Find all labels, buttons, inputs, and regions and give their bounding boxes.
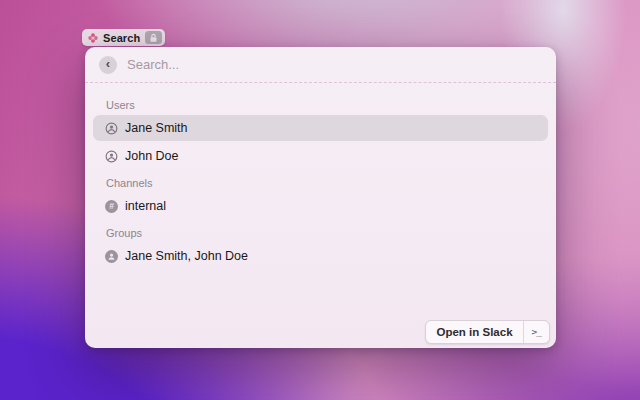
section-label-users: Users — [106, 99, 535, 112]
desktop-wallpaper: Search ‹ Users — [0, 0, 640, 400]
person-icon — [105, 150, 118, 163]
list-item-user[interactable]: John Doe — [93, 143, 548, 169]
flower-icon — [88, 33, 98, 43]
search-input[interactable] — [125, 56, 542, 73]
list-item-channel[interactable]: # internal — [93, 193, 548, 219]
hash-icon: # — [105, 200, 118, 213]
terminal-prompt-icon: >_ — [523, 321, 549, 343]
person-icon — [105, 122, 118, 135]
list-item-label: internal — [125, 199, 166, 213]
lock-icon — [145, 31, 162, 44]
section-label-channels: Channels — [106, 177, 535, 190]
chip-label: Search — [103, 32, 140, 44]
back-button[interactable]: ‹ — [99, 56, 117, 74]
chevron-left-icon: ‹ — [106, 57, 110, 70]
people-icon — [105, 250, 118, 263]
section-label-groups: Groups — [106, 227, 535, 240]
search-bar: ‹ — [85, 47, 556, 83]
action-bar: Open in Slack >_ — [425, 320, 550, 344]
open-in-slack-button[interactable]: Open in Slack >_ — [425, 320, 550, 344]
list-item-group[interactable]: Jane Smith, John Doe — [93, 243, 548, 269]
search-panel: ‹ Users Jane Smith — [85, 47, 556, 348]
open-in-slack-label: Open in Slack — [426, 321, 522, 343]
list-item-label: Jane Smith — [125, 121, 188, 135]
list-item-user[interactable]: Jane Smith — [93, 115, 548, 141]
list-item-label: Jane Smith, John Doe — [125, 249, 248, 263]
results-list: Users Jane Smith — [85, 83, 556, 269]
search-app-chip[interactable]: Search — [82, 29, 165, 46]
list-item-label: John Doe — [125, 149, 179, 163]
